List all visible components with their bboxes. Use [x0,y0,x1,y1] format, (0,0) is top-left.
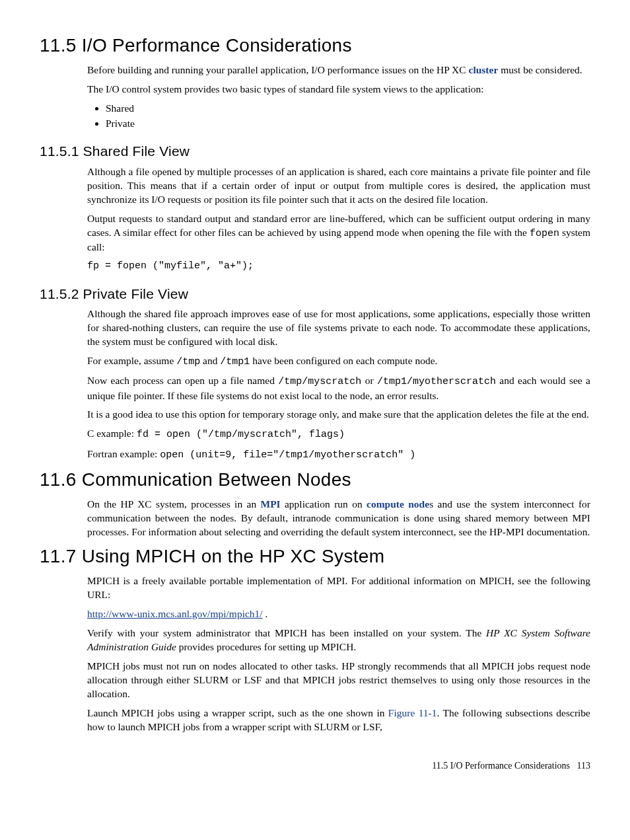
text: and [200,355,220,366]
paragraph: Launch MPICH jobs using a wrapper script… [87,706,590,734]
section-heading-11-7: 11.7 Using MPICH on the HP XC System [40,544,590,569]
paragraph: MPICH jobs must not run on nodes allocat… [87,660,590,701]
text: Fortran example: [87,448,160,459]
link-mpi[interactable]: MPI [261,498,281,510]
text: C example: [87,428,137,439]
paragraph: For example, assume /tmp and /tmp1 have … [87,354,590,369]
text: For example, assume [87,355,176,366]
list-item: Private [106,117,590,131]
text: On the HP XC system, processes in an [87,498,261,510]
section-heading-11-5-1: 11.5.1 Shared File View [40,142,590,161]
text: Before building and running your paralle… [87,64,469,75]
paragraph: Verify with your system administrator th… [87,627,590,654]
paragraph: Output requests to standard output and s… [87,212,590,254]
inline-code: fopen [530,228,559,239]
inline-code: /tmp1 [220,356,250,367]
footer-section-title: 11.5 I/O Performance Considerations [432,761,570,771]
paragraph: Now each process can open up a file name… [87,374,590,402]
section-heading-11-5: 11.5 I/O Performance Considerations [40,33,590,58]
list-item: Shared [106,102,590,116]
inline-code: /tmp1/myotherscratch [377,376,496,387]
code-block: fp = fopen ("myfile", "a+"); [87,260,590,273]
bullet-list: Shared Private [87,102,590,131]
inline-code: fd = open ("/tmp/myscratch", flags) [137,429,345,440]
section-heading-11-6: 11.6 Communication Between Nodes [40,467,590,492]
text: or [361,375,377,386]
paragraph: Although a file opened by multiple proce… [87,165,590,207]
paragraph: Before building and running your paralle… [87,63,590,77]
paragraph: C example: fd = open ("/tmp/myscratch", … [87,427,590,441]
link-compute-node[interactable]: compute node [367,498,429,510]
inline-code: open (unit=9, file="/tmp1/myotherscratch… [160,449,415,461]
text: Now each process can open up a file name… [87,375,278,386]
text: must be considered. [498,64,582,75]
paragraph: http://www-unix.mcs.anl.gov/mpi/mpich1/ … [87,607,590,621]
link-figure-11-1[interactable]: Figure 11-1 [388,707,437,718]
page-number: 113 [577,761,590,771]
text: application run on [281,498,367,510]
paragraph: It is a good idea to use this option for… [87,408,590,422]
text: provides procedures for setting up MPICH… [176,641,357,652]
inline-code: /tmp/myscratch [278,376,361,387]
paragraph: MPICH is a freely available portable imp… [87,574,590,602]
paragraph: Although the shared file approach improv… [87,307,590,349]
paragraph: The I/O control system provides two basi… [87,83,590,96]
link-cluster[interactable]: cluster [469,64,499,75]
paragraph: On the HP XC system, processes in an MPI… [87,498,590,539]
paragraph: Fortran example: open (unit=9, file="/tm… [87,447,590,462]
text: have been configured on each compute nod… [250,355,437,366]
text: Launch MPICH jobs using a wrapper script… [87,707,388,718]
inline-code: /tmp [176,356,200,367]
link-mpich-url[interactable]: http://www-unix.mcs.anl.gov/mpi/mpich1/ [87,608,263,619]
text: Verify with your system administrator th… [87,627,486,638]
page-footer: 11.5 I/O Performance Considerations 113 [40,760,590,773]
section-heading-11-5-2: 11.5.2 Private File View [40,285,590,303]
text: Output requests to standard output and s… [87,213,590,238]
